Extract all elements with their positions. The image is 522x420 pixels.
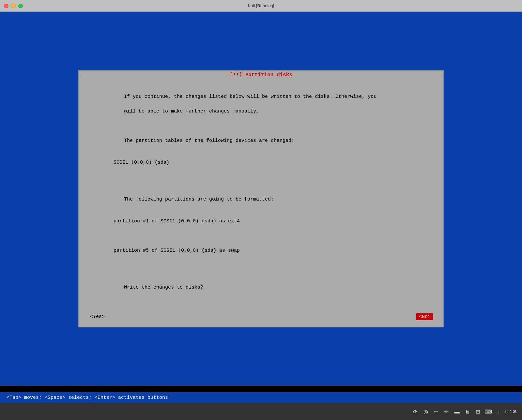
dialog-line7: The following partitions are going to be… bbox=[124, 197, 274, 202]
dock-icon-1[interactable]: ⟳ bbox=[411, 408, 419, 416]
terminal-body: [!!] Partition disks If you continue, th… bbox=[0, 12, 522, 386]
dialog-line9: partition #5 of SCSI1 (0,0,0) (sda) as s… bbox=[89, 247, 433, 255]
dock-label: Left ⌘ bbox=[505, 410, 517, 414]
window-title: Kali [Running] bbox=[248, 3, 274, 8]
window: Kali [Running] [!!] Partition disks If y… bbox=[0, 0, 522, 420]
dialog-content: If you continue, the changes listed belo… bbox=[79, 79, 443, 308]
dock-icon-2[interactable]: ◎ bbox=[422, 408, 430, 416]
dialog-title: [!!] Partition disks bbox=[227, 72, 295, 78]
close-button[interactable] bbox=[4, 4, 8, 8]
dock-icon-5[interactable]: ▬ bbox=[453, 408, 461, 416]
status-text: <Tab> moves; <Space> selects; <Enter> ac… bbox=[7, 395, 168, 400]
black-bar bbox=[0, 386, 522, 392]
dialog-line1: If you continue, the changes listed belo… bbox=[124, 94, 376, 99]
dialog-buttons: <Yes> <No> bbox=[79, 308, 443, 327]
dock-icon-9[interactable]: ↓ bbox=[495, 408, 503, 416]
title-bar: Kali [Running] bbox=[0, 0, 522, 12]
dialog-line5: SCSI1 (0,0,0) (sda) bbox=[89, 159, 433, 167]
dock-icon-7[interactable]: ⊞ bbox=[474, 408, 482, 416]
dock-icon-8[interactable]: ⌨ bbox=[484, 408, 492, 416]
dock-right: ⟳ ◎ ▭ ✏ ▬ 🖥 ⊞ ⌨ ↓ Left ⌘ bbox=[411, 408, 517, 416]
dialog-line8: partition #1 of SCSI1 (0,0,0) (sda) as e… bbox=[89, 218, 433, 225]
maximize-button[interactable] bbox=[18, 4, 23, 8]
partition-dialog: [!!] Partition disks If you continue, th… bbox=[78, 70, 444, 327]
status-bar: <Tab> moves; <Space> selects; <Enter> ac… bbox=[0, 392, 522, 403]
traffic-lights bbox=[4, 4, 23, 8]
dock-icon-4[interactable]: ✏ bbox=[443, 408, 451, 416]
minimize-button[interactable] bbox=[11, 4, 16, 8]
mac-dock: ⟳ ◎ ▭ ✏ ▬ 🖥 ⊞ ⌨ ↓ Left ⌘ bbox=[0, 403, 522, 420]
dock-icon-3[interactable]: ▭ bbox=[432, 408, 440, 416]
dialog-line11: Write the changes to disks? bbox=[124, 285, 203, 290]
dialog-line4: The partition tables of the following de… bbox=[124, 138, 294, 143]
dock-icon-6[interactable]: 🖥 bbox=[464, 408, 471, 416]
dialog-title-bar: [!!] Partition disks bbox=[79, 71, 443, 79]
no-button[interactable]: <No> bbox=[416, 313, 433, 320]
dialog-text: If you continue, the changes listed belo… bbox=[89, 86, 433, 299]
yes-button[interactable]: <Yes> bbox=[89, 313, 106, 320]
dialog-line2: will be able to make further changes man… bbox=[124, 109, 259, 114]
main-area: [!!] Partition disks If you continue, th… bbox=[0, 12, 522, 403]
